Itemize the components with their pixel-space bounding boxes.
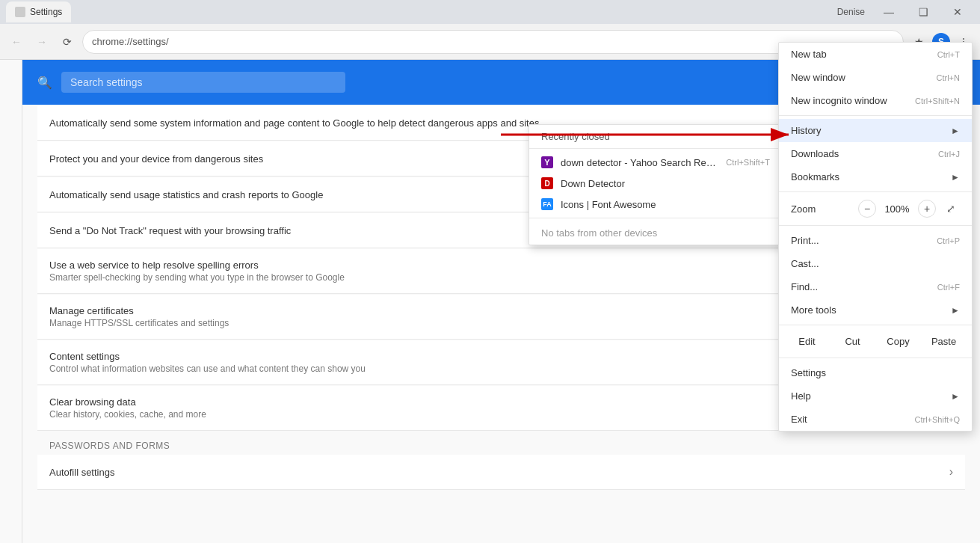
more-tools-label: More tools bbox=[791, 304, 836, 316]
settings-label: Settings bbox=[791, 367, 826, 378]
find-label: Find... bbox=[791, 281, 818, 292]
menu-item-help[interactable]: Help ► bbox=[779, 384, 972, 408]
zoom-control: Zoom − 100% + ⤢ bbox=[779, 195, 972, 222]
history-arrow-icon: ► bbox=[951, 126, 960, 136]
menu-item-settings[interactable]: Settings bbox=[779, 361, 972, 384]
address-text: chrome://settings/ bbox=[92, 36, 894, 47]
edit-group: Edit Cut Copy Paste bbox=[779, 328, 972, 355]
menu-divider-5 bbox=[779, 358, 972, 358]
downdetector-favicon: D bbox=[541, 177, 553, 189]
forward-button[interactable]: → bbox=[31, 31, 52, 52]
window-user: Denise bbox=[837, 7, 865, 17]
zoom-value: 100% bbox=[882, 203, 912, 215]
history-divider-2 bbox=[529, 218, 782, 218]
menu-divider-2 bbox=[779, 191, 972, 192]
downdetector-title: Down Detector bbox=[561, 178, 770, 189]
menu-divider-4 bbox=[779, 325, 972, 325]
title-bar-left: Settings bbox=[6, 1, 71, 22]
help-arrow-icon: ► bbox=[951, 391, 960, 402]
more-tools-arrow-icon: ► bbox=[951, 305, 960, 316]
new-window-label: New window bbox=[791, 72, 845, 83]
exit-label: Exit bbox=[791, 414, 807, 425]
title-bar-controls: Denise — ❑ ✕ bbox=[837, 0, 974, 24]
zoom-label: Zoom bbox=[791, 203, 852, 215]
print-shortcut: Ctrl+P bbox=[937, 236, 960, 245]
yahoo-shortcut: Ctrl+Shift+T bbox=[726, 158, 770, 167]
history-item-yahoo[interactable]: Y down detector - Yahoo Search Results C… bbox=[529, 152, 782, 173]
menu-item-new-window[interactable]: New window Ctrl+N bbox=[779, 66, 972, 89]
autofill-arrow-icon: › bbox=[949, 465, 953, 479]
bookmarks-label: Bookmarks bbox=[791, 171, 839, 182]
settings-search-input[interactable] bbox=[61, 72, 345, 93]
settings-item-autofill[interactable]: Autofill settings › bbox=[37, 455, 965, 490]
back-button[interactable]: ← bbox=[6, 31, 27, 52]
zoom-minus-button[interactable]: − bbox=[858, 200, 876, 218]
close-button[interactable]: ✕ bbox=[941, 0, 974, 24]
copy-button[interactable]: Copy bbox=[876, 331, 920, 352]
cut-button[interactable]: Cut bbox=[830, 331, 875, 352]
new-window-shortcut: Ctrl+N bbox=[937, 73, 960, 82]
menu-item-incognito[interactable]: New incognito window Ctrl+Shift+N bbox=[779, 89, 972, 112]
downloads-shortcut: Ctrl+J bbox=[938, 150, 960, 159]
zoom-expand-button[interactable]: ⤢ bbox=[942, 200, 960, 218]
print-label: Print... bbox=[791, 235, 819, 246]
history-label: History bbox=[791, 125, 821, 136]
yahoo-favicon: Y bbox=[541, 156, 553, 168]
settings-sidebar bbox=[0, 60, 22, 543]
history-divider-1 bbox=[529, 148, 782, 149]
browser-tab[interactable]: Settings bbox=[6, 1, 71, 22]
maximize-button[interactable]: ❑ bbox=[907, 0, 940, 24]
history-item-fontawesome[interactable]: FA Icons | Font Awesome bbox=[529, 194, 782, 215]
autofill-control: › bbox=[949, 465, 953, 479]
no-tabs-text: No tabs from other devices bbox=[529, 221, 782, 245]
menu-item-downloads[interactable]: Downloads Ctrl+J bbox=[779, 142, 972, 165]
help-label: Help bbox=[791, 390, 811, 402]
exit-shortcut: Ctrl+Shift+Q bbox=[914, 415, 960, 424]
search-icon: 🔍 bbox=[37, 76, 52, 90]
passwords-section-header: Passwords and forms bbox=[37, 432, 965, 454]
menu-divider-3 bbox=[779, 225, 972, 226]
bookmarks-arrow-icon: ► bbox=[951, 172, 960, 182]
yahoo-title: down detector - Yahoo Search Results bbox=[561, 157, 718, 168]
menu-item-exit[interactable]: Exit Ctrl+Shift+Q bbox=[779, 408, 972, 431]
downloads-label: Downloads bbox=[791, 148, 839, 159]
autofill-title: Autofill settings bbox=[49, 467, 949, 478]
title-bar: Settings Denise — ❑ ✕ bbox=[0, 0, 980, 24]
history-item-downdetector[interactable]: D Down Detector bbox=[529, 173, 782, 194]
menu-item-new-tab[interactable]: New tab Ctrl+T bbox=[779, 43, 972, 66]
cast-label: Cast... bbox=[791, 258, 819, 269]
minimize-button[interactable]: — bbox=[872, 0, 905, 24]
menu-item-history[interactable]: History ► bbox=[779, 119, 972, 142]
new-tab-label: New tab bbox=[791, 49, 827, 60]
tab-title: Settings bbox=[30, 7, 62, 17]
menu-item-more-tools[interactable]: More tools ► bbox=[779, 298, 972, 322]
chrome-menu: New tab Ctrl+T New window Ctrl+N New inc… bbox=[778, 42, 973, 432]
zoom-plus-button[interactable]: + bbox=[918, 200, 936, 218]
menu-item-find[interactable]: Find... Ctrl+F bbox=[779, 275, 972, 298]
menu-item-cast[interactable]: Cast... bbox=[779, 252, 972, 275]
new-tab-shortcut: Ctrl+T bbox=[937, 50, 960, 59]
fontawesome-title: Icons | Font Awesome bbox=[561, 199, 770, 210]
history-dropdown: Recently closed Y down detector - Yahoo … bbox=[528, 124, 783, 245]
paste-button[interactable]: Paste bbox=[922, 331, 966, 352]
edit-button[interactable]: Edit bbox=[785, 331, 829, 352]
tab-favicon bbox=[15, 7, 25, 17]
menu-divider-1 bbox=[779, 115, 972, 116]
reload-button[interactable]: ⟳ bbox=[57, 31, 78, 52]
menu-item-print[interactable]: Print... Ctrl+P bbox=[779, 229, 972, 252]
menu-item-bookmarks[interactable]: Bookmarks ► bbox=[779, 165, 972, 188]
incognito-label: New incognito window bbox=[791, 95, 887, 106]
fontawesome-favicon: FA bbox=[541, 198, 553, 210]
incognito-shortcut: Ctrl+Shift+N bbox=[915, 96, 960, 105]
recently-closed-header: Recently closed bbox=[529, 125, 782, 145]
find-shortcut: Ctrl+F bbox=[937, 283, 960, 292]
